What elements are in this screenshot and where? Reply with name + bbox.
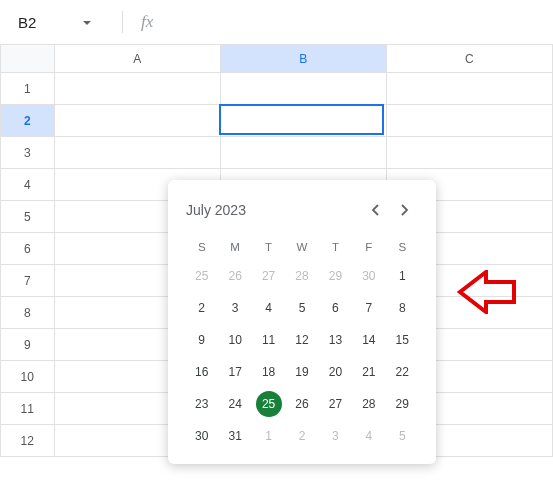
- calendar-day[interactable]: 12: [286, 326, 317, 354]
- calendar-day[interactable]: 3: [320, 422, 351, 450]
- day-of-week-label: M: [219, 236, 250, 258]
- calendar-day[interactable]: 30: [353, 262, 384, 290]
- row-header[interactable]: 6: [1, 233, 55, 265]
- annotation-arrow-icon: [456, 270, 516, 318]
- cell[interactable]: [220, 105, 386, 137]
- row-header[interactable]: 7: [1, 265, 55, 297]
- calendar-day[interactable]: 29: [387, 390, 418, 418]
- date-picker-grid: SMTWTFS252627282930123456789101112131415…: [186, 236, 418, 450]
- calendar-day[interactable]: 26: [219, 262, 250, 290]
- calendar-day[interactable]: 13: [320, 326, 351, 354]
- calendar-day[interactable]: 3: [219, 294, 250, 322]
- cell[interactable]: [54, 73, 220, 105]
- calendar-day[interactable]: 8: [387, 294, 418, 322]
- name-box-value: B2: [18, 14, 36, 31]
- calendar-day[interactable]: 5: [387, 422, 418, 450]
- row-header[interactable]: 12: [1, 425, 55, 457]
- formula-bar-input[interactable]: [171, 8, 541, 36]
- calendar-day[interactable]: 11: [253, 326, 284, 354]
- row-header[interactable]: 1: [1, 73, 55, 105]
- column-header[interactable]: C: [386, 45, 552, 73]
- name-box-dropdown-icon[interactable]: [82, 14, 92, 31]
- row-header[interactable]: 8: [1, 297, 55, 329]
- cell[interactable]: [386, 73, 552, 105]
- row-header[interactable]: 3: [1, 137, 55, 169]
- calendar-day[interactable]: 6: [320, 294, 351, 322]
- row-header[interactable]: 11: [1, 393, 55, 425]
- calendar-day[interactable]: 5: [286, 294, 317, 322]
- calendar-day[interactable]: 14: [353, 326, 384, 354]
- day-of-week-label: T: [253, 236, 284, 258]
- row-header[interactable]: 2: [1, 105, 55, 137]
- calendar-day[interactable]: 31: [219, 422, 250, 450]
- calendar-day[interactable]: 17: [219, 358, 250, 386]
- calendar-day[interactable]: 20: [320, 358, 351, 386]
- next-month-button[interactable]: [390, 196, 418, 224]
- cell[interactable]: [220, 73, 386, 105]
- day-of-week-label: S: [387, 236, 418, 258]
- calendar-day[interactable]: 2: [186, 294, 217, 322]
- prev-month-button[interactable]: [362, 196, 390, 224]
- row-header[interactable]: 9: [1, 329, 55, 361]
- day-of-week-label: F: [353, 236, 384, 258]
- column-header[interactable]: A: [54, 45, 220, 73]
- column-header[interactable]: B: [220, 45, 386, 73]
- row-header[interactable]: 4: [1, 169, 55, 201]
- cell[interactable]: [54, 137, 220, 169]
- date-picker: July 2023 SMTWTFS25262728293012345678910…: [168, 180, 436, 464]
- cell[interactable]: [54, 105, 220, 137]
- day-of-week-label: W: [286, 236, 317, 258]
- calendar-day[interactable]: 19: [286, 358, 317, 386]
- calendar-day[interactable]: 27: [253, 262, 284, 290]
- calendar-day[interactable]: 4: [353, 422, 384, 450]
- row-header[interactable]: 5: [1, 201, 55, 233]
- calendar-day[interactable]: 4: [253, 294, 284, 322]
- calendar-day[interactable]: 26: [286, 390, 317, 418]
- calendar-day[interactable]: 28: [353, 390, 384, 418]
- calendar-day[interactable]: 1: [387, 262, 418, 290]
- cell[interactable]: [220, 137, 386, 169]
- name-box-row: B2 fx: [0, 0, 553, 44]
- calendar-day[interactable]: 22: [387, 358, 418, 386]
- day-of-week-label: S: [186, 236, 217, 258]
- calendar-day[interactable]: 29: [320, 262, 351, 290]
- date-picker-title: July 2023: [186, 202, 362, 218]
- row-header[interactable]: 10: [1, 361, 55, 393]
- calendar-day[interactable]: 9: [186, 326, 217, 354]
- cell[interactable]: [386, 105, 552, 137]
- calendar-day[interactable]: 21: [353, 358, 384, 386]
- select-all-corner[interactable]: [1, 45, 55, 73]
- calendar-day[interactable]: 28: [286, 262, 317, 290]
- calendar-day-today[interactable]: 25: [256, 391, 282, 417]
- date-picker-header: July 2023: [186, 196, 418, 224]
- day-of-week-label: T: [320, 236, 351, 258]
- calendar-day[interactable]: 7: [353, 294, 384, 322]
- calendar-day[interactable]: 18: [253, 358, 284, 386]
- calendar-day[interactable]: 2: [286, 422, 317, 450]
- calendar-day[interactable]: 15: [387, 326, 418, 354]
- calendar-day[interactable]: 10: [219, 326, 250, 354]
- fx-icon: fx: [133, 12, 161, 32]
- calendar-day[interactable]: 27: [320, 390, 351, 418]
- calendar-day[interactable]: 25: [186, 262, 217, 290]
- calendar-day[interactable]: 1: [253, 422, 284, 450]
- cell[interactable]: [386, 137, 552, 169]
- calendar-day[interactable]: 30: [186, 422, 217, 450]
- name-box[interactable]: B2: [12, 10, 112, 35]
- calendar-day[interactable]: 23: [186, 390, 217, 418]
- divider: [122, 11, 123, 33]
- calendar-day[interactable]: 24: [219, 390, 250, 418]
- calendar-day[interactable]: 16: [186, 358, 217, 386]
